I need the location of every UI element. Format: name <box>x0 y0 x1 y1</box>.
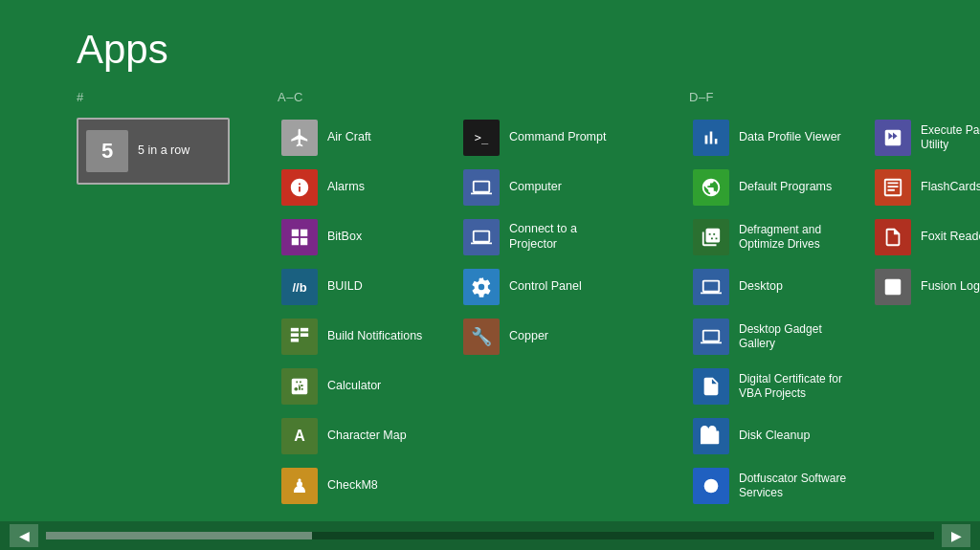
app-data-profile-label: Data Profile Viewer <box>739 130 841 145</box>
group-df-title: D–F <box>689 90 980 104</box>
app-checkm8[interactable]: ♟ CheckM8 <box>278 466 450 506</box>
svg-rect-3 <box>301 238 307 245</box>
app-calculator[interactable]: Calculator <box>278 366 450 407</box>
app-desktop-icon <box>693 269 729 305</box>
app-defragment[interactable]: Defragment and Optimize Drives <box>689 217 861 257</box>
app-desktop[interactable]: Desktop <box>689 267 861 307</box>
scroll-thumb[interactable] <box>46 532 312 539</box>
app-default-programs-icon <box>693 169 729 206</box>
app-default-programs-label: Default Programs <box>739 180 832 195</box>
app-defragment-icon <box>693 219 729 255</box>
svg-rect-1 <box>301 230 307 236</box>
app-build-notifications-icon <box>281 319 318 355</box>
app-character-map-label: Character Map <box>327 429 407 444</box>
page-title: Apps <box>0 0 980 90</box>
app-5inrow[interactable]: 5 5 in a row <box>77 118 230 185</box>
app-bitbox[interactable]: BitBox <box>278 217 450 257</box>
svg-rect-7 <box>301 328 308 332</box>
scroll-track[interactable] <box>46 532 934 539</box>
app-5inrow-icon: 5 <box>86 130 128 172</box>
app-command-prompt-label: Command Prompt <box>509 130 606 145</box>
app-aircraft[interactable]: Air Craft <box>278 118 450 158</box>
app-alarms[interactable]: Alarms <box>278 167 450 208</box>
svg-rect-4 <box>291 328 299 332</box>
app-calculator-label: Calculator <box>327 379 381 394</box>
svg-rect-0 <box>292 230 299 236</box>
svg-rect-5 <box>291 333 299 337</box>
app-build-notifications[interactable]: Build Notifications <box>278 317 450 357</box>
app-flashcards-label: FlashCards <box>921 180 980 195</box>
svg-rect-6 <box>291 339 299 342</box>
app-5inrow-label: 5 in a row <box>138 143 189 159</box>
app-build-icon: //b <box>281 269 318 305</box>
app-execute-package[interactable]: Execute Package Utility <box>871 118 980 158</box>
app-digital-cert[interactable]: Digital Certificate for VBA Projects <box>689 366 861 407</box>
app-data-profile-icon <box>693 120 729 156</box>
app-control-panel-label: Control Panel <box>509 279 582 295</box>
app-build[interactable]: //b BUILD <box>278 267 450 307</box>
group-ac-body: Air Craft Alarms BitBox //b <box>278 118 641 516</box>
app-build-notifications-label: Build Notifications <box>327 329 422 344</box>
group-df-col1: Data Profile Viewer Default Programs Def… <box>689 118 861 516</box>
app-data-profile[interactable]: Data Profile Viewer <box>689 118 861 158</box>
app-foxit-reader-icon <box>875 219 911 255</box>
svg-point-9 <box>704 479 719 494</box>
app-build-label: BUILD <box>327 279 363 295</box>
apps-main: # 5 5 in a row A–C Air Craft <box>0 90 980 530</box>
svg-rect-2 <box>292 238 299 245</box>
app-desktop-gadget[interactable]: Desktop Gadget Gallery <box>689 317 861 357</box>
app-alarms-icon <box>281 169 318 206</box>
app-bitbox-label: BitBox <box>327 230 362 245</box>
app-desktop-label: Desktop <box>739 279 783 295</box>
group-ac-col1: Air Craft Alarms BitBox //b <box>278 118 450 516</box>
app-character-map-icon: A <box>281 418 318 454</box>
app-dotfuscator-label: Dotfuscator Software Services <box>739 472 858 500</box>
app-computer-icon <box>463 169 500 206</box>
app-copper[interactable]: 🔧 Copper <box>459 317 632 357</box>
app-flashcards-icon <box>875 169 911 206</box>
app-connect-projector[interactable]: Connect to a Projector <box>459 217 632 257</box>
group-ac: A–C Air Craft Alarms <box>278 90 641 530</box>
app-digital-cert-label: Digital Certificate for VBA Projects <box>739 372 858 401</box>
app-fusion-log[interactable]: Fusion Log Viewer <box>871 267 980 307</box>
app-foxit-reader-label: Foxit Reader <box>921 230 980 245</box>
app-connect-projector-icon <box>463 219 500 255</box>
app-defragment-label: Defragment and Optimize Drives <box>739 223 858 252</box>
app-bitbox-icon <box>281 219 318 255</box>
app-aircraft-label: Air Craft <box>327 130 371 145</box>
app-alarms-label: Alarms <box>327 180 365 195</box>
app-computer-label: Computer <box>509 180 562 195</box>
app-computer[interactable]: Computer <box>459 167 632 208</box>
svg-rect-8 <box>301 333 308 337</box>
scroll-right-button[interactable]: ▶ <box>942 524 970 547</box>
app-calculator-icon <box>281 368 318 405</box>
app-desktop-gadget-label: Desktop Gadget Gallery <box>739 322 858 351</box>
app-command-prompt-icon: >_ <box>463 120 500 156</box>
app-command-prompt[interactable]: >_ Command Prompt <box>459 118 632 158</box>
app-execute-package-icon <box>875 120 911 156</box>
app-desktop-gadget-icon <box>693 319 729 355</box>
group-df-body: Data Profile Viewer Default Programs Def… <box>689 118 980 516</box>
app-flashcards[interactable]: FlashCards <box>871 167 980 208</box>
scroll-left-button[interactable]: ◀ <box>10 524 38 547</box>
app-foxit-reader[interactable]: Foxit Reader <box>871 217 980 257</box>
app-dotfuscator[interactable]: Dotfuscator Software Services <box>689 466 861 506</box>
app-control-panel[interactable]: Control Panel <box>459 267 632 307</box>
app-digital-cert-icon <box>693 368 729 405</box>
app-copper-label: Copper <box>509 329 548 344</box>
app-aircraft-icon <box>281 120 318 156</box>
app-connect-projector-label: Connect to a Projector <box>509 222 628 252</box>
app-copper-icon: 🔧 <box>463 319 500 355</box>
app-checkm8-icon: ♟ <box>281 468 318 504</box>
group-hash-title: # <box>77 90 230 104</box>
app-disk-cleanup-icon <box>693 418 729 454</box>
app-disk-cleanup[interactable]: Disk Cleanup <box>689 416 861 456</box>
app-execute-package-label: Execute Package Utility <box>921 123 980 152</box>
app-disk-cleanup-label: Disk Cleanup <box>739 429 810 444</box>
app-default-programs[interactable]: Default Programs <box>689 167 861 208</box>
app-dotfuscator-icon <box>693 468 729 504</box>
app-fusion-log-label: Fusion Log Viewer <box>921 279 980 295</box>
scrollbar: ◀ ▶ <box>0 521 980 550</box>
app-character-map[interactable]: A Character Map <box>278 416 450 456</box>
group-ac-col2: >_ Command Prompt Computer Connect to a … <box>459 118 632 516</box>
